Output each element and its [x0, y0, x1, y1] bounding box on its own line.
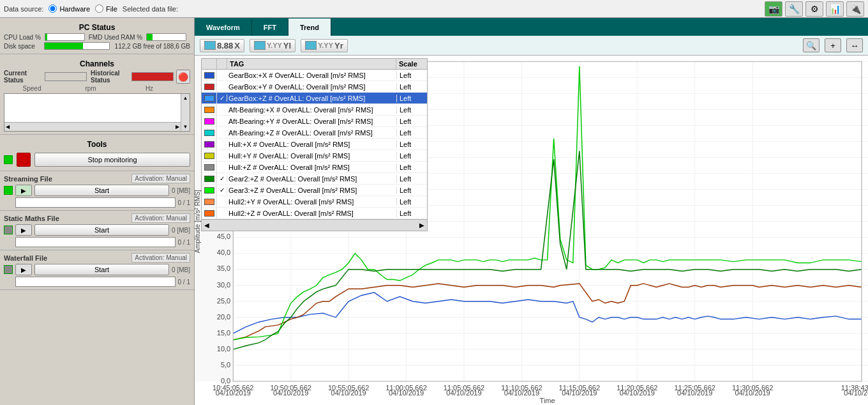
legend-tag-text: GearBox:+X # OverALL: Overall [m/s² RMS] — [227, 72, 396, 79]
legend-color-cell — [202, 150, 217, 161]
legend-row[interactable]: GearBox:+X # OverALL: Overall [m/s² RMS]… — [202, 70, 427, 81]
tab-trend[interactable]: Trend — [288, 18, 331, 36]
radio-hardware-group[interactable]: Hardware — [49, 4, 90, 13]
svg-text:30,0: 30,0 — [217, 281, 231, 289]
pc-status-section: PC Status CPU Load % FMD Used RAM % Disk… — [0, 18, 194, 54]
legend-scale-text: Left — [396, 175, 427, 183]
tool-icon-btn-3[interactable]: 📊 — [826, 1, 844, 17]
radio-hardware-label: Hardware — [59, 5, 90, 13]
legend-row[interactable]: ✓GearBox:+Z # OverALL: Overall [m/s² RMS… — [202, 93, 427, 104]
static-maths-activation: Activation: Manual — [131, 213, 190, 223]
legend-bottom-scroll[interactable]: ◀ ▶ — [202, 219, 427, 231]
static-maths-input[interactable] — [15, 237, 176, 247]
left-panel: PC Status CPU Load % FMD Used RAM % Disk… — [0, 18, 195, 405]
channels-section: Channels Current Status Historical Statu… — [0, 54, 194, 135]
tab-fft[interactable]: FFT — [252, 19, 288, 36]
stop-icon — [17, 153, 31, 167]
legend-color-box — [204, 95, 214, 102]
waterfall-activation: Activation: Manual — [131, 253, 190, 263]
streaming-file-status-icon — [4, 186, 13, 195]
svg-text:04/10/2019: 04/10/2019 — [389, 390, 424, 397]
legend-checkbox[interactable]: ✓ — [217, 175, 227, 182]
x-axis-btn[interactable]: 8.88 X — [200, 39, 244, 52]
yr-label-num: Y.YY — [318, 42, 333, 49]
waterfall-counter: 0 / 1 — [178, 279, 190, 286]
channels-list[interactable]: ▲ ▼ ◀ ▶ — [4, 93, 190, 132]
legend-scale-text: Left — [396, 187, 427, 194]
yr-axis-btn[interactable]: Y.YY Yr — [301, 39, 348, 52]
legend-color-cell — [202, 127, 217, 138]
chart-area: TAG Scale GearBox:+X # OverALL: Overall … — [195, 56, 868, 405]
legend-scale-header: Scale — [396, 59, 427, 69]
legend-checkbox[interactable]: ✓ — [217, 187, 227, 194]
waterfall-status-icon — [4, 265, 13, 274]
svg-text:Time: Time — [540, 397, 555, 405]
legend-tag-text: Hull:+Y # OverALL: Overall [m/s² RMS] — [227, 152, 396, 160]
waterfall-row1: ▶ Start 0 [MB] — [4, 264, 190, 275]
waterfall-title-row: Waterfall File Activation: Manual — [4, 253, 190, 263]
yl-axis-btn[interactable]: Y.YY Yl — [250, 39, 296, 52]
disk-progress-bar — [44, 42, 110, 50]
static-maths-start-btn[interactable]: Start — [34, 224, 169, 236]
svg-text:0,0: 0,0 — [221, 377, 230, 385]
radio-hardware[interactable] — [49, 4, 57, 13]
svg-text:04/10/2019: 04/10/2019 — [273, 390, 308, 397]
cpu-progress-fill — [45, 34, 47, 40]
tool-icon-btn-4[interactable]: 🔌 — [846, 1, 864, 17]
legend-color-box — [204, 130, 214, 136]
svg-text:15,0: 15,0 — [217, 329, 231, 337]
legend-row[interactable]: Aft-Bearing:+Y # OverALL: Overall [m/s² … — [202, 116, 427, 127]
ram-progress-bar — [146, 33, 186, 41]
legend-row[interactable]: Hull:+X # OverALL: Overall [m/s² RMS]Lef… — [202, 139, 427, 150]
legend-color-box — [204, 141, 214, 148]
svg-text:04/10/2019: 04/10/2019 — [331, 390, 366, 397]
legend-row[interactable]: Aft-Bearing:+X # OverALL: Overall [m/s² … — [202, 104, 427, 116]
stop-monitoring-button[interactable]: Stop monitoring — [34, 153, 190, 167]
current-status-label: Current Status — [4, 70, 45, 84]
cursor-icon-btn[interactable]: ↔ — [846, 38, 863, 52]
historical-status-bar — [131, 72, 174, 81]
legend-tag-header: TAG — [227, 59, 396, 69]
legend-scale-text: Left — [396, 164, 427, 171]
channels-icon-btn[interactable]: 🔴 — [176, 70, 190, 84]
top-bar-icons: 📷 🔧 ⚙ 📊 🔌 — [765, 1, 864, 17]
svg-text:20,0: 20,0 — [217, 313, 231, 321]
streaming-file-counter: 0 / 1 — [178, 199, 190, 206]
waterfall-input[interactable] — [15, 277, 176, 287]
waterfall-start-btn[interactable]: Start — [34, 264, 169, 275]
channels-hscrollbar[interactable]: ◀ ▶ — [4, 122, 181, 131]
waterfall-title: Waterfall File — [4, 254, 47, 262]
legend-tag-text: Aft-Bearing:+Z # OverALL: Overall [m/s² … — [227, 129, 396, 137]
waterfall-play-btn[interactable]: ▶ — [15, 264, 32, 275]
tool-icon-btn-1[interactable]: 🔧 — [785, 1, 803, 17]
tab-waveform[interactable]: Waveform — [195, 19, 252, 36]
legend-row[interactable]: Hull:+Y # OverALL: Overall [m/s² RMS]Lef… — [202, 150, 427, 162]
legend-row[interactable]: Hull:+Z # OverALL: Overall [m/s² RMS]Lef… — [202, 162, 427, 173]
add-icon-btn[interactable]: + — [825, 38, 841, 52]
streaming-file-play-btn[interactable]: ▶ — [15, 185, 32, 196]
legend-tag-text: Hull2:+Z # OverALL: Overall [m/s² RMS] — [227, 210, 396, 217]
legend-row[interactable]: ✓Gear2:+Z # OverALL: Overall [m/s² RMS]L… — [202, 173, 427, 185]
data-source-label: Data source: — [4, 5, 43, 13]
radio-file[interactable] — [95, 4, 103, 13]
static-maths-play-btn[interactable]: ▶ — [15, 224, 32, 236]
tool-icon-btn-2[interactable]: ⚙ — [805, 1, 823, 17]
camera-icon-btn[interactable]: 📷 — [765, 1, 782, 17]
static-maths-status-icon — [4, 225, 13, 234]
legend-row[interactable]: Hull2:+Y # OverALL: Overall [m/s² RMS]Le… — [202, 196, 427, 208]
legend-row[interactable]: Hull2:+Z # OverALL: Overall [m/s² RMS]Le… — [202, 208, 427, 219]
svg-text:10,0: 10,0 — [217, 345, 231, 353]
tools-btn-row: Stop monitoring — [4, 153, 190, 167]
channels-scrollbar[interactable]: ▲ ▼ — [181, 94, 190, 131]
streaming-file-input[interactable] — [15, 197, 176, 208]
streaming-file-title: Streaming File — [4, 175, 52, 183]
legend-checkbox[interactable]: ✓ — [217, 95, 227, 102]
cpu-row: CPU Load % FMD Used RAM % — [4, 33, 190, 41]
legend-row[interactable]: Aft-Bearing:+Z # OverALL: Overall [m/s² … — [202, 127, 427, 139]
disk-label: Disk space — [4, 43, 39, 50]
zoom-icon-btn[interactable]: 🔍 — [803, 38, 819, 52]
radio-file-group[interactable]: File — [95, 4, 117, 13]
legend-row[interactable]: GearBox:+Y # OverALL: Overall [m/s² RMS]… — [202, 81, 427, 93]
streaming-file-start-btn[interactable]: Start — [34, 185, 169, 196]
legend-row[interactable]: ✓Gear3:+Z # OverALL: Overall [m/s² RMS]L… — [202, 185, 427, 196]
